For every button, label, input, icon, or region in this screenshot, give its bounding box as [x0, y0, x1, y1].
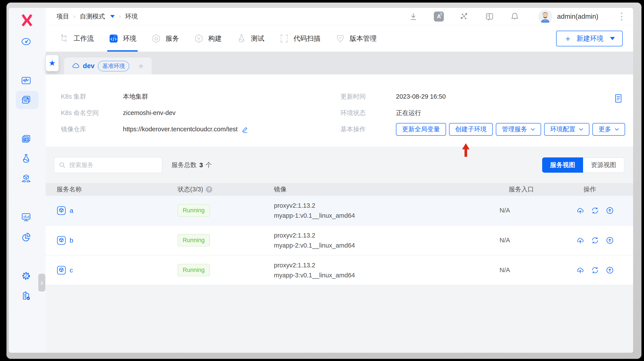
kebab-menu-icon[interactable] — [620, 12, 623, 22]
tab-codescan[interactable]: 代码扫描 — [279, 25, 320, 52]
breadcrumb-projects[interactable]: 项目 — [56, 12, 69, 21]
download-icon[interactable] — [408, 12, 418, 21]
image-tag: myapp-2:v0.1__linux_amd64 — [274, 240, 496, 250]
user-avatar[interactable] — [538, 10, 552, 24]
status-badge: Running — [178, 234, 210, 246]
header-image: 镜像 — [273, 185, 496, 194]
zadig-logo-icon[interactable] — [21, 14, 33, 27]
tab-label: 代码扫描 — [294, 34, 320, 43]
service-entry: N/A — [496, 237, 570, 244]
resource-view-tab[interactable]: 资源视图 — [583, 157, 624, 173]
test-lab-flask-icon[interactable] — [21, 153, 31, 164]
dashboard-gauge-icon[interactable] — [21, 36, 31, 47]
notification-bell-icon[interactable] — [510, 12, 520, 21]
delivery-cards-icon[interactable] — [21, 134, 31, 144]
env-name: dev — [83, 62, 94, 70]
image-tag: myapp-1:v0.1__linux_amd64 — [274, 211, 496, 221]
docs-book-icon[interactable] — [485, 12, 494, 21]
project-dropdown-caret-icon[interactable] — [110, 15, 115, 18]
service-search[interactable] — [54, 157, 162, 173]
new-env-button[interactable]: ＋ 新建环境 — [556, 31, 623, 46]
enterprise-building-icon[interactable] — [21, 290, 31, 301]
restart-sync-icon[interactable] — [590, 266, 600, 275]
tab-env[interactable]: 环境 — [108, 25, 136, 52]
env-star-icon[interactable]: ★ — [138, 62, 144, 70]
env-config-button[interactable]: 环境配置 — [544, 123, 590, 136]
tab-service[interactable]: 服务 — [151, 25, 179, 52]
table-header: 服务名称 状态(3/3) ? 镜像 服务入口 操作 — [46, 183, 633, 196]
restart-sync-icon[interactable] — [590, 236, 600, 245]
search-input[interactable] — [69, 161, 158, 169]
env-tab-dev[interactable]: dev 基准环境 ★ — [64, 58, 152, 75]
search-icon — [59, 162, 66, 169]
image-tag: proxyv2:1.13.2 — [274, 201, 496, 211]
update-image-cloud-icon[interactable] — [576, 206, 585, 215]
upgrade-circle-icon[interactable] — [605, 236, 614, 245]
tab-label: 工作流 — [74, 34, 94, 43]
service-name-link[interactable]: a — [70, 207, 73, 214]
build-hexagon-icon — [194, 34, 204, 44]
artifact-box-hands-icon[interactable] — [21, 173, 31, 184]
data-pie-icon[interactable] — [21, 232, 31, 242]
create-sub-env-button[interactable]: 创建子环境 — [449, 123, 493, 136]
breadcrumb-project-name[interactable]: 自测模式 — [80, 12, 105, 21]
service-toolbar: 服务总数 3 个 服务视图 资源视图 — [46, 157, 633, 173]
updated-value: 2023-08-29 16:50 — [396, 93, 446, 100]
header-status: 状态(3/3) ? — [168, 185, 273, 194]
header-name: 服务名称 — [46, 185, 168, 194]
detail-right-column: 更新时间 2023-08-29 16:50 环境状态 正在运行 基本操作 更新全… — [340, 88, 625, 137]
env-content: ★ dev 基准环境 ★ K8s 集群 本地集群 — [46, 52, 633, 353]
service-package-icon — [56, 236, 66, 245]
manage-services-button[interactable]: 管理服务 — [496, 123, 541, 136]
svg-text:PM: PM — [24, 100, 28, 102]
upgrade-circle-icon[interactable] — [605, 266, 614, 275]
breadcrumb: 项目 › 自测模式 › 环境 — [56, 12, 138, 21]
service-package-icon — [56, 265, 66, 275]
service-view-tab[interactable]: 服务视图 — [542, 157, 583, 173]
insight-monitor-icon[interactable] — [21, 212, 31, 222]
cluster-label: K8s 集群 — [61, 92, 123, 101]
new-env-label: 新建环境 — [576, 34, 604, 43]
update-image-cloud-icon[interactable] — [576, 236, 585, 245]
restart-sync-icon[interactable] — [590, 206, 600, 215]
service-name-link[interactable]: b — [70, 237, 73, 244]
update-global-vars-button[interactable]: 更新全局变量 — [396, 123, 446, 136]
workflow-icon — [59, 34, 69, 44]
update-image-cloud-icon[interactable] — [576, 266, 585, 275]
topbar: 项目 › 自测模式 › 环境 A文 — [46, 8, 633, 25]
svg-text:Z: Z — [25, 274, 28, 278]
yaml-doc-icon[interactable] — [614, 94, 623, 103]
release-tag-icon — [335, 34, 345, 44]
upgrade-circle-icon[interactable] — [605, 206, 614, 215]
env-detail-card: K8s 集群 本地集群 K8s 命名空间 zicemoshi-env-dev 镜… — [46, 75, 633, 147]
topbar-actions: A文 — [393, 10, 623, 24]
breadcrumb-separator: › — [74, 13, 76, 20]
help-question-icon[interactable]: ? — [206, 186, 212, 193]
tab-label: 测试 — [251, 34, 264, 43]
registry-value: https://koderover.tencentcloudcr.com/tes… — [123, 126, 238, 133]
monitor-activity-icon[interactable] — [21, 75, 31, 86]
env-status-label: 环境状态 — [340, 109, 396, 117]
tab-build[interactable]: 构建 — [194, 25, 222, 52]
tab-test[interactable]: 测试 — [236, 25, 264, 52]
detail-left-column: K8s 集群 本地集群 K8s 命名空间 zicemoshi-env-dev 镜… — [61, 88, 340, 137]
language-translate-icon[interactable]: A文 — [434, 12, 444, 22]
service-name-link[interactable]: c — [70, 266, 73, 274]
sidebar-collapse-handle[interactable]: › — [38, 274, 45, 291]
settings-gear-icon[interactable]: Z — [21, 271, 31, 281]
project-pm-icon[interactable]: PM — [21, 95, 31, 105]
sidebar: PM Z — [9, 8, 46, 353]
tab-label: 环境 — [123, 34, 136, 43]
service-entry: N/A — [496, 266, 570, 274]
user-name[interactable]: admin(admin) — [557, 13, 598, 21]
image-tag: proxyv2:1.13.2 — [274, 260, 496, 270]
annotation-arrow-icon — [461, 143, 471, 157]
tab-workflow[interactable]: 工作流 — [59, 25, 94, 52]
tab-label: 版本管理 — [350, 34, 376, 43]
plugin-network-icon[interactable] — [460, 12, 469, 21]
edit-pencil-icon[interactable] — [241, 125, 249, 133]
favorite-star-button[interactable]: ★ — [46, 55, 58, 71]
more-button[interactable]: 更多 — [592, 123, 625, 136]
env-type-badge: 基准环境 — [98, 61, 129, 71]
tab-release[interactable]: 版本管理 — [335, 25, 376, 52]
